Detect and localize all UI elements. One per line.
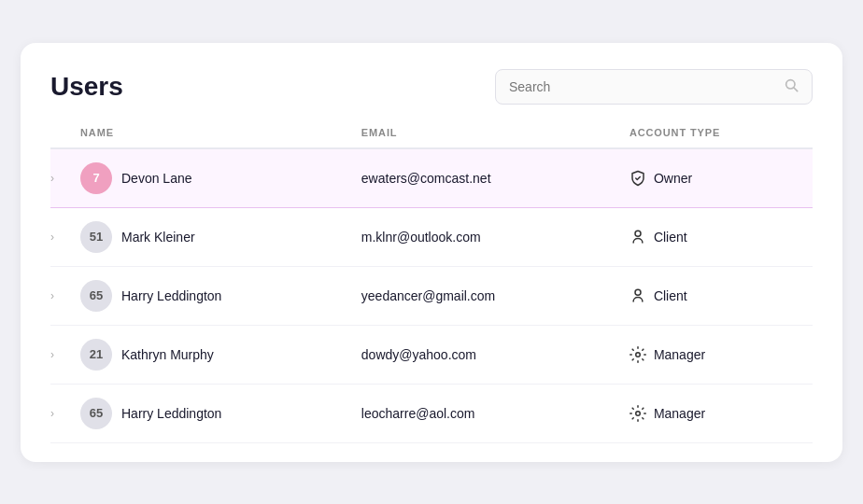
users-card: Users NAME EMAIL ACCOUNT TYPE › 7 (21, 43, 842, 462)
svg-point-2 (635, 231, 641, 236)
manager-icon (630, 405, 646, 422)
chevron-icon: › (50, 172, 54, 185)
manager-icon (630, 346, 646, 363)
avatar: 65 (80, 280, 112, 312)
user-name: Mark Kleiner (121, 230, 195, 245)
col-name: NAME (69, 127, 350, 148)
row-name: 65 Harry Leddington (69, 384, 350, 442)
table-row[interactable]: › 65 Harry Leddington yeedancer@gmail.co… (50, 266, 813, 325)
chevron-icon: › (50, 289, 54, 302)
table-row[interactable]: › 65 Harry Leddington leocharre@aol.com … (50, 384, 813, 442)
row-account-type: Manager (618, 384, 813, 442)
client-icon (630, 287, 646, 304)
row-name: 51 Mark Kleiner (69, 207, 350, 266)
col-chevron (50, 127, 69, 148)
avatar: 51 (80, 221, 112, 253)
page-header: Users (50, 69, 813, 105)
user-name: Kathryn Murphy (121, 347, 214, 362)
row-email: dowdy@yahoo.com (350, 325, 618, 384)
chevron-icon: › (50, 231, 54, 244)
row-name: 65 Harry Leddington (69, 266, 350, 325)
client-icon (630, 229, 646, 245)
row-account-type: Manager (618, 325, 813, 384)
search-container[interactable] (495, 69, 813, 105)
user-name: Harry Leddington (121, 406, 221, 421)
row-email: m.klnr@outlook.com (350, 207, 618, 266)
avatar: 7 (80, 162, 112, 194)
search-icon (784, 77, 799, 96)
table-body: › 7 Devon Lane ewaters@comcast.net Owner… (50, 148, 813, 443)
table-header: NAME EMAIL ACCOUNT TYPE (50, 127, 813, 148)
search-input[interactable] (509, 79, 784, 94)
avatar: 65 (80, 398, 112, 429)
svg-point-3 (635, 289, 641, 295)
account-type-label: Client (654, 288, 687, 303)
user-name: Harry Leddington (121, 288, 221, 303)
avatar: 21 (80, 339, 112, 371)
account-type-label: Manager (654, 406, 705, 421)
svg-point-5 (636, 411, 641, 415)
row-chevron: › (50, 325, 69, 384)
chevron-icon: › (50, 348, 54, 361)
account-type-label: Client (654, 230, 687, 245)
table-row[interactable]: › 7 Devon Lane ewaters@comcast.net Owner (50, 148, 813, 208)
users-table: NAME EMAIL ACCOUNT TYPE › 7 Devon Lane e… (50, 127, 813, 443)
account-type-label: Manager (654, 347, 705, 362)
chevron-icon: › (50, 407, 54, 420)
page-title: Users (50, 72, 123, 102)
row-email: yeedancer@gmail.com (350, 266, 618, 325)
row-chevron: › (50, 266, 69, 325)
row-chevron: › (50, 384, 69, 442)
table-row[interactable]: › 51 Mark Kleiner m.klnr@outlook.com Cli… (50, 207, 813, 266)
row-name: 21 Kathryn Murphy (69, 325, 350, 384)
row-account-type: Owner (618, 148, 813, 208)
table-row[interactable]: › 21 Kathryn Murphy dowdy@yahoo.com Mana… (50, 325, 813, 384)
col-account-type: ACCOUNT TYPE (618, 127, 813, 148)
col-email: EMAIL (350, 127, 618, 148)
user-name: Devon Lane (121, 171, 192, 186)
row-chevron: › (50, 207, 69, 266)
owner-icon (630, 170, 646, 187)
row-email: leocharre@aol.com (350, 384, 618, 442)
svg-line-1 (794, 88, 798, 91)
row-account-type: Client (618, 266, 813, 325)
row-chevron: › (50, 148, 69, 208)
row-email: ewaters@comcast.net (350, 148, 618, 208)
row-account-type: Client (618, 207, 813, 266)
svg-point-4 (636, 352, 641, 357)
account-type-label: Owner (654, 171, 692, 186)
row-name: 7 Devon Lane (69, 148, 350, 208)
